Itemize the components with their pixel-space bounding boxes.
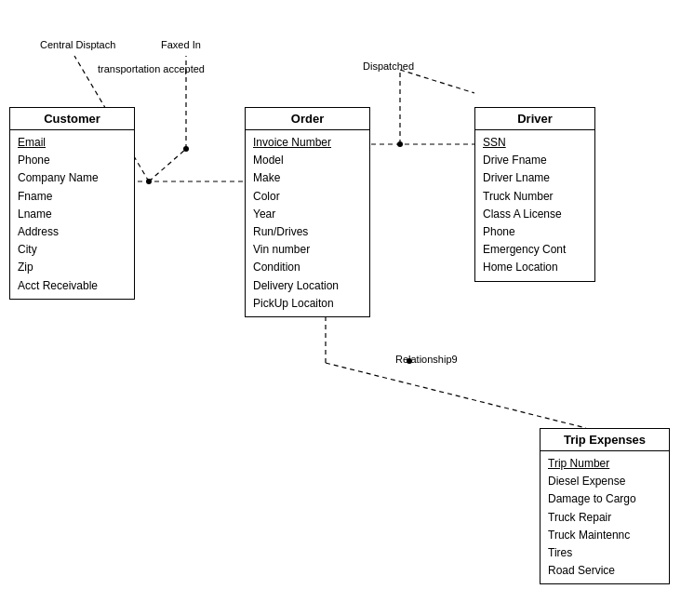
- customer-field-zip: Zip: [18, 259, 127, 276]
- customer-field-company: Company Name: [18, 169, 127, 187]
- customer-field-fname: Fname: [18, 188, 127, 206]
- driver-title: Driver: [475, 108, 594, 130]
- label-faxed-in: Faxed In: [161, 39, 201, 50]
- label-dispatched: Dispatched: [363, 60, 414, 72]
- svg-line-11: [326, 363, 586, 428]
- driver-field-truck-num: Truck Number: [483, 188, 587, 206]
- customer-field-city: City: [18, 241, 127, 259]
- trip-field-repair: Truck Repair: [548, 509, 661, 527]
- customer-field-acct: Acct Receivable: [18, 277, 127, 295]
- order-field-model: Model: [253, 152, 362, 169]
- customer-field-phone: Phone: [18, 152, 127, 169]
- trip-field-damage: Damage to Cargo: [548, 490, 661, 508]
- svg-point-8: [397, 141, 403, 147]
- order-field-pickup: PickUp Locaiton: [253, 295, 362, 313]
- customer-field-lname: Lname: [18, 206, 127, 223]
- trip-expenses-body: Trip Number Diesel Expense Damage to Car…: [541, 451, 669, 583]
- order-title: Order: [246, 108, 369, 130]
- driver-entity: Driver SSN Drive Fname Driver Lname Truc…: [474, 107, 595, 282]
- trip-field-number: Trip Number: [548, 455, 661, 473]
- diagram-canvas: Customer Email Phone Company Name Fname …: [0, 0, 694, 616]
- driver-field-phone: Phone: [483, 223, 587, 241]
- order-body: Invoice Number Model Make Color Year Run…: [246, 130, 369, 316]
- trip-field-maintenance: Truck Maintennc: [548, 527, 661, 544]
- customer-field-email: Email: [18, 134, 127, 152]
- order-entity: Order Invoice Number Model Make Color Ye…: [245, 107, 370, 317]
- label-transportation-accepted: transportation accepted: [98, 63, 205, 74]
- svg-point-3: [146, 179, 152, 184]
- label-central-dispatch: Central Disptach: [40, 39, 115, 50]
- order-field-make: Make: [253, 169, 362, 187]
- trip-expenses-entity: Trip Expenses Trip Number Diesel Expense…: [540, 428, 670, 584]
- order-field-rundrives: Run/Drives: [253, 223, 362, 241]
- svg-point-5: [183, 146, 189, 152]
- label-relationship9: Relationship9: [395, 354, 458, 365]
- trip-expenses-title: Trip Expenses: [541, 429, 669, 451]
- svg-line-4: [149, 149, 186, 181]
- customer-field-address: Address: [18, 223, 127, 241]
- driver-field-emergency: Emergency Cont: [483, 241, 587, 259]
- order-field-condition: Condition: [253, 259, 362, 276]
- driver-body: SSN Drive Fname Driver Lname Truck Numbe…: [475, 130, 594, 281]
- trip-field-tires: Tires: [548, 544, 661, 562]
- order-field-invoice: Invoice Number: [253, 134, 362, 152]
- order-field-year: Year: [253, 206, 362, 223]
- order-field-color: Color: [253, 188, 362, 206]
- svg-line-9: [400, 70, 474, 93]
- trip-field-diesel: Diesel Expense: [548, 473, 661, 490]
- customer-body: Email Phone Company Name Fname Lname Add…: [10, 130, 134, 299]
- driver-field-lname: Driver Lname: [483, 169, 587, 187]
- driver-field-class-a: Class A License: [483, 206, 587, 223]
- order-field-delivery: Delivery Location: [253, 277, 362, 295]
- driver-field-fname: Drive Fname: [483, 152, 587, 169]
- driver-field-home: Home Location: [483, 259, 587, 276]
- trip-field-road: Road Service: [548, 562, 661, 580]
- customer-title: Customer: [10, 108, 134, 130]
- driver-field-ssn: SSN: [483, 134, 587, 152]
- customer-entity: Customer Email Phone Company Name Fname …: [9, 107, 135, 300]
- order-field-vin: Vin number: [253, 241, 362, 259]
